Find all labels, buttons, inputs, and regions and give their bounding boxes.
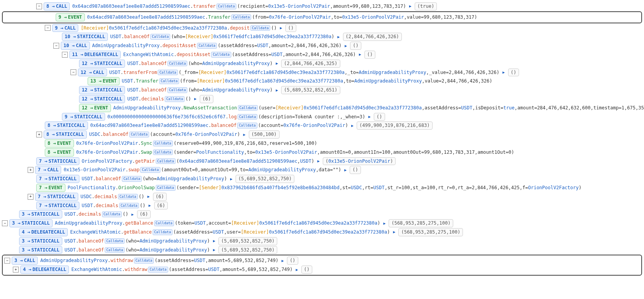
collapse-icon[interactable]: − [53, 43, 59, 49]
calldata-badge[interactable]: Calldata [154, 220, 174, 226]
play-icon[interactable]: ▶ [359, 52, 361, 57]
trace-row[interactable]: 12→STATICCALLUSDT.decimalsCalldata()▶(6) [2, 95, 642, 104]
trace-row[interactable]: 3→STATICCALLUSDT.balanceOfCalldata(who=A… [2, 246, 642, 255]
trace-row[interactable]: −3→STATICCALLAdminUpgradeabilityProxy.ge… [2, 219, 642, 228]
play-icon[interactable]: ▶ [213, 247, 215, 253]
trace-row[interactable]: −3→CALLAdminUpgradeabilityProxy.withdraw… [4, 256, 640, 265]
trace-row[interactable]: 8→STATICCALL0x64acd987a8603eeaf1ee8e87ad… [2, 121, 642, 130]
trace-row[interactable]: −9→CALL[Receiver] 0x5061f7e6dfc1a867d945… [2, 24, 642, 33]
play-icon[interactable]: ▶ [276, 88, 278, 93]
trace-row[interactable]: 7→STATICCALLUSDT.decimalsCalldata()▶(6) [2, 201, 642, 210]
play-icon[interactable]: ▶ [351, 123, 354, 128]
play-icon[interactable]: ▶ [345, 43, 347, 49]
calldata-badge[interactable]: Calldata [165, 96, 185, 102]
collapse-icon[interactable]: − [4, 258, 10, 264]
play-icon[interactable]: ▶ [276, 61, 278, 66]
op-tag: 7→STATICCALL [36, 175, 79, 183]
play-icon[interactable]: ▶ [243, 132, 245, 137]
play-icon[interactable]: ▶ [230, 176, 232, 182]
trace-row[interactable]: 10→STATICCALLUSDT.balanceOfCalldata(who=… [2, 32, 642, 41]
calldata-badge[interactable]: Calldata [105, 247, 125, 253]
trace-row[interactable]: 3→STATICCALLUSDT.balanceOfCalldata(who=A… [2, 237, 642, 246]
play-icon[interactable]: ▶ [148, 203, 151, 208]
collapse-icon[interactable]: − [70, 69, 76, 75]
calldata-badge[interactable]: Calldata [238, 105, 258, 111]
return-value: () [285, 24, 296, 32]
expand-icon[interactable]: + [28, 167, 33, 173]
return-value: (6) [137, 210, 151, 218]
collapse-icon[interactable]: − [62, 52, 68, 58]
trace-row[interactable]: 7→EVENTPoolFunctionality.OrionPoolSwapCa… [2, 183, 642, 192]
trace-row[interactable]: 12→STATICCALLUSDT.balanceOfCalldata(who=… [2, 86, 642, 95]
trace-row[interactable]: 9→STATICCALL0x000000000000000000636f6e73… [2, 113, 642, 121]
trace-row[interactable]: 12→EVENTAdminUpgradeabilityProxy.NewAsse… [2, 104, 642, 113]
expand-icon[interactable]: + [36, 132, 42, 137]
trace-row[interactable]: +7→CALL0x13e5-OrionPoolV2Pair.swapCallda… [2, 165, 642, 174]
calldata-badge[interactable]: Calldata [238, 114, 257, 120]
trace-row[interactable]: 9→EVENT0x64acd987a8603eeaf1ee8e87addd512… [4, 13, 640, 22]
collapse-icon[interactable]: − [2, 220, 8, 226]
trace-row[interactable]: +4→DELEGATECALLExchangeWithAtomic.withdr… [4, 265, 640, 274]
calldata-badge[interactable]: Calldata [156, 185, 176, 191]
trace-row[interactable]: 8→EVENT0x76fe-OrionPoolV2Pair.SyncCallda… [2, 139, 642, 148]
play-icon[interactable]: ▶ [502, 70, 505, 75]
trace-row[interactable]: +7→STATICCALLUSDC.decimalsCalldata()▶(6) [2, 192, 642, 201]
calldata-badge[interactable]: Calldata [250, 25, 270, 31]
play-icon[interactable]: ▶ [383, 221, 385, 226]
calldata-badge[interactable]: Calldata [156, 158, 176, 164]
trace-row[interactable]: 4→DELEGATECALLExchangeWithAtomic.getBala… [2, 228, 642, 237]
play-icon[interactable]: ▶ [317, 158, 320, 164]
calldata-badge[interactable]: Calldata [159, 78, 179, 84]
calldata-badge[interactable]: Calldata [148, 267, 168, 273]
return-value: (500,100) [249, 130, 280, 139]
calldata-badge[interactable]: Calldata [122, 176, 142, 182]
calldata-badge[interactable]: Calldata [211, 52, 231, 58]
play-icon[interactable]: ▶ [338, 34, 340, 40]
trace-row[interactable]: −11→DELEGATECALLExchangeWithAtomic.depos… [2, 50, 642, 59]
trace-row[interactable]: 12→STATICCALLUSDT.balanceOfCalldata(who=… [2, 59, 642, 68]
play-icon[interactable]: ▶ [296, 267, 298, 273]
calldata-badge[interactable]: Calldata [231, 14, 251, 20]
trace-row[interactable]: 7→STATICCALLUSDT.balanceOfCalldata(who=A… [2, 174, 642, 183]
trace-row[interactable]: 8→EVENT0x76fe-OrionPoolV2Pair.SwapCallda… [2, 148, 642, 157]
depth-number: 7 [39, 202, 42, 209]
calldata-badge[interactable]: Calldata [102, 211, 122, 217]
play-icon[interactable]: ▶ [147, 194, 150, 199]
trace-row[interactable]: 3→STATICCALLUSDT.decimalsCalldata()▶(6) [2, 210, 642, 219]
calldata-badge[interactable]: Calldata [153, 150, 173, 155]
trace-row[interactable]: −10→CALLAdminUpgradeabilityProxy.deposit… [2, 41, 642, 50]
calldata-badge[interactable]: Calldata [158, 70, 178, 76]
play-icon[interactable]: ▶ [344, 167, 347, 173]
expand-icon[interactable]: + [28, 194, 33, 200]
calldata-badge[interactable]: Calldata [140, 167, 160, 173]
calldata-badge[interactable]: Calldata [119, 203, 139, 209]
play-icon[interactable]: ▶ [213, 238, 215, 244]
calldata-badge[interactable]: Calldata [134, 258, 154, 264]
play-icon[interactable]: ▶ [393, 229, 395, 235]
play-icon[interactable]: ▶ [368, 114, 371, 120]
calldata-badge[interactable]: Calldata [153, 141, 173, 146]
trace-row[interactable]: +8→STATICCALLUSDC.balanceOfCalldata(acco… [2, 130, 642, 139]
expand-icon[interactable]: + [13, 267, 19, 273]
collapse-icon[interactable]: − [36, 4, 42, 9]
play-icon[interactable]: ▶ [131, 212, 134, 217]
calldata-badge[interactable]: Calldata [105, 238, 125, 244]
play-icon[interactable]: ▶ [194, 96, 197, 102]
calldata-badge[interactable]: Calldata [197, 43, 217, 49]
calldata-badge[interactable]: Calldata [129, 132, 149, 137]
calldata-badge[interactable]: Calldata [153, 229, 172, 235]
calldata-badge[interactable]: Calldata [167, 87, 187, 93]
play-icon[interactable]: ▶ [280, 25, 282, 31]
calldata-badge[interactable]: Calldata [237, 123, 257, 128]
trace-row[interactable]: 7→STATICCALLOrionPoolV2Factory.getPairCa… [2, 157, 642, 166]
trace-row[interactable]: −12→CALLUSDT.transferFromCalldata(_from=… [2, 68, 642, 77]
calldata-badge[interactable]: Calldata [150, 34, 170, 40]
play-icon[interactable]: ▶ [282, 258, 284, 264]
calldata-badge[interactable]: Calldata [118, 194, 138, 200]
calldata-badge[interactable]: Calldata [167, 61, 187, 67]
trace-row[interactable]: −8→CALL0x64acd987a8603eeaf1ee8e87addd512… [2, 2, 642, 11]
calldata-badge[interactable]: Calldata [216, 4, 236, 9]
collapse-icon[interactable]: − [45, 25, 51, 31]
play-icon[interactable]: ▶ [409, 4, 412, 9]
trace-row[interactable]: 13→EVENTUSDT.TransferCalldata(from=[Rece… [2, 77, 642, 86]
